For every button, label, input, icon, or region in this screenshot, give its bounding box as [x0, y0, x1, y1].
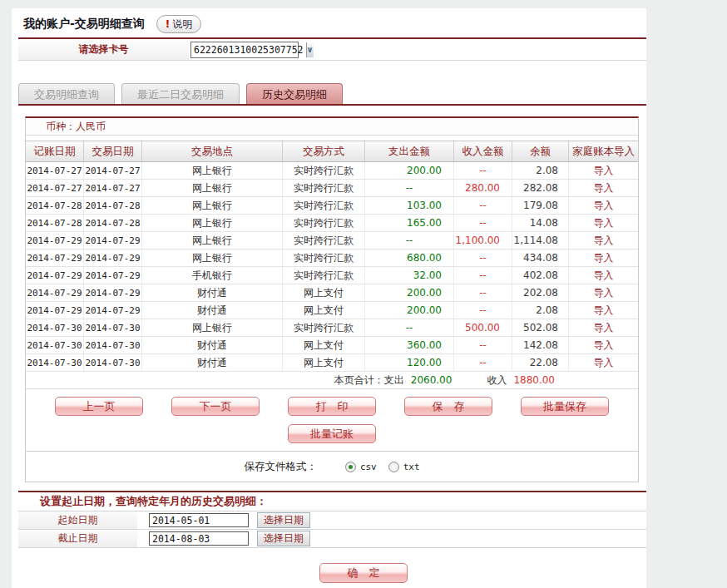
- cell-balance: 179.08: [512, 197, 569, 214]
- end-date-picker-button[interactable]: 选择日期: [257, 531, 310, 546]
- import-link[interactable]: 导入: [594, 269, 614, 283]
- cell-method: 实时跨行汇款: [283, 180, 365, 196]
- cell-method: 实时跨行汇款: [283, 232, 365, 249]
- cell-expense: 680.00: [365, 250, 454, 266]
- card-selector-label: 请选择卡号: [18, 39, 189, 60]
- cell-income: --: [454, 354, 512, 371]
- cell-balance: 402.08: [512, 267, 569, 284]
- import-link[interactable]: 导入: [594, 164, 614, 178]
- cell-expense: 120.00: [365, 354, 454, 371]
- cell-booking-date: 2014-07-28: [26, 215, 84, 231]
- batch-save-button[interactable]: 批量保存: [521, 397, 609, 416]
- cell-transaction-date: 2014-07-27: [84, 180, 142, 196]
- cell-location: 网上银行: [142, 180, 283, 196]
- cell-income: 500.00: [454, 319, 512, 336]
- table-row: 2014-07-272014-07-27网上银行实时跨行汇款--280.0028…: [26, 180, 638, 197]
- cell-booking-date: 2014-07-27: [26, 162, 84, 179]
- radio-selected-icon[interactable]: [345, 462, 356, 472]
- chevron-down-icon[interactable]: ∨: [306, 42, 314, 57]
- import-link[interactable]: 导入: [594, 286, 614, 300]
- cell-expense: --: [365, 180, 454, 196]
- cell-import: 导入: [569, 337, 638, 353]
- cell-expense: 32.00: [365, 267, 454, 284]
- import-link[interactable]: 导入: [594, 338, 614, 353]
- cell-balance: 142.08: [512, 337, 569, 353]
- import-link[interactable]: 导入: [594, 321, 614, 335]
- cell-method: 实时跨行汇款: [283, 197, 365, 214]
- import-link[interactable]: 导入: [594, 199, 614, 213]
- save-format-row: 保存文件格式： csvtxt: [26, 452, 638, 482]
- cell-income: 280.00: [454, 180, 512, 196]
- cell-expense: 200.00: [365, 302, 454, 319]
- cell-import: 导入: [569, 215, 638, 231]
- table-row: 2014-07-292014-07-29财付通网上支付200.00--2.08导…: [26, 302, 638, 319]
- start-date-row: 起始日期 选择日期: [18, 511, 646, 530]
- exclamation-icon: !: [166, 18, 170, 30]
- totals-expense-value: 2060.00: [411, 374, 453, 386]
- table-row: 2014-07-272014-07-27网上银行实时跨行汇款200.00--2.…: [26, 162, 638, 180]
- cell-transaction-date: 2014-07-30: [84, 337, 142, 353]
- import-link[interactable]: 导入: [594, 251, 614, 265]
- tab-0[interactable]: 交易明细查询: [18, 83, 115, 105]
- cell-transaction-date: 2014-07-29: [84, 232, 142, 249]
- column-header-import: 家庭账本导入: [569, 141, 638, 161]
- tab-1[interactable]: 最近二日交易明细: [121, 83, 240, 105]
- cell-location: 网上银行: [142, 162, 283, 179]
- cell-income: --: [454, 162, 512, 179]
- cell-location: 网上银行: [142, 232, 283, 249]
- cell-location: 财付通: [142, 302, 283, 319]
- table-row: 2014-07-302014-07-30网上银行实时跨行汇款--500.0050…: [26, 319, 638, 337]
- tab-underline: [18, 104, 646, 106]
- confirm-button[interactable]: 确 定: [319, 563, 408, 583]
- currency-label: 币种：人民币: [26, 118, 638, 136]
- radio-unselected-icon[interactable]: [388, 462, 399, 472]
- cell-method: 实时跨行汇款: [283, 267, 365, 284]
- save-button[interactable]: 保 存: [404, 397, 492, 416]
- start-date-picker-button[interactable]: 选择日期: [257, 512, 310, 528]
- table-row: 2014-07-282014-07-28网上银行实时跨行汇款165.00--14…: [26, 215, 638, 232]
- cell-import: 导入: [569, 267, 638, 284]
- card-number-select[interactable]: 6222601310025307752 ∨: [190, 42, 299, 58]
- cell-method: 实时跨行汇款: [283, 162, 365, 179]
- import-link[interactable]: 导入: [594, 181, 614, 195]
- cell-import: 导入: [569, 162, 638, 179]
- cell-transaction-date: 2014-07-30: [84, 354, 142, 371]
- column-header-transaction-date: 交易日期: [84, 141, 142, 161]
- cell-balance: 22.08: [512, 354, 569, 371]
- print-button[interactable]: 打 印: [288, 397, 376, 416]
- import-link[interactable]: 导入: [594, 356, 614, 370]
- cell-import: 导入: [569, 232, 638, 249]
- cell-expense: 165.00: [365, 215, 454, 231]
- format-radio-label: csv: [360, 462, 377, 472]
- next-page-button[interactable]: 下一页: [171, 397, 260, 416]
- cell-balance: 282.08: [512, 180, 569, 196]
- cell-location: 财付通: [142, 354, 283, 371]
- column-header-expense: 支出金额: [365, 141, 454, 161]
- cell-import: 导入: [569, 250, 638, 266]
- prev-page-button[interactable]: 上一页: [55, 397, 143, 416]
- date-range-header: 设置起止日期，查询特定年月的历史交易明细：: [18, 492, 646, 511]
- format-radio-csv[interactable]: csv: [345, 462, 377, 472]
- cell-income: --: [454, 197, 512, 214]
- format-radio-txt[interactable]: txt: [388, 462, 420, 472]
- totals-expense-label: 本页合计：支出: [334, 373, 404, 388]
- end-date-row: 截止日期 选择日期: [18, 530, 646, 548]
- help-button[interactable]: ! 说明: [156, 15, 201, 33]
- cell-location: 手机银行: [142, 267, 283, 284]
- start-date-input[interactable]: [149, 513, 249, 527]
- import-link[interactable]: 导入: [594, 304, 614, 318]
- cell-location: 网上银行: [142, 215, 283, 231]
- cell-expense: --: [365, 232, 454, 249]
- import-link[interactable]: 导入: [594, 216, 614, 230]
- cell-booking-date: 2014-07-29: [26, 232, 84, 249]
- cell-balance: 2.08: [512, 302, 569, 319]
- cell-transaction-date: 2014-07-29: [84, 267, 142, 284]
- import-link[interactable]: 导入: [594, 234, 614, 248]
- cell-booking-date: 2014-07-27: [26, 180, 84, 196]
- end-date-input[interactable]: [149, 531, 249, 546]
- batch-record-button[interactable]: 批量记账: [288, 424, 376, 443]
- cell-import: 导入: [569, 319, 638, 336]
- cell-balance: 1,114.08: [512, 232, 569, 249]
- tab-2[interactable]: 历史交易明细: [246, 83, 343, 105]
- table-row: 2014-07-292014-07-29财付通网上支付200.00--202.0…: [26, 284, 638, 302]
